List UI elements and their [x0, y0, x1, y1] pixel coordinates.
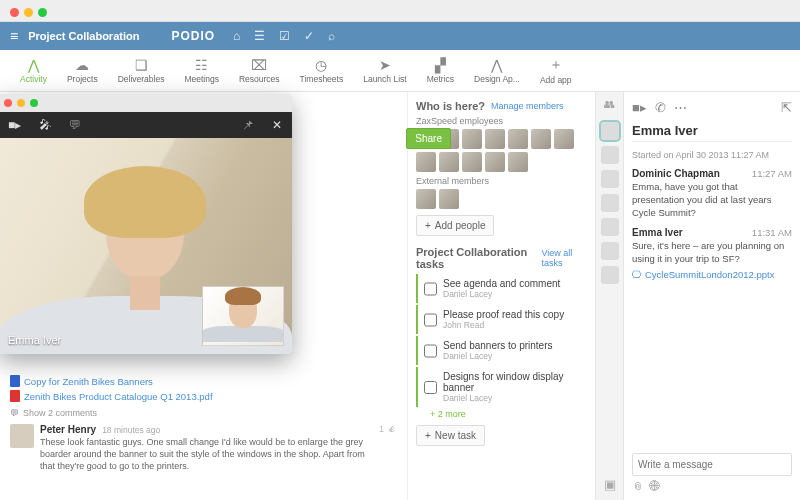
comment-author[interactable]: Peter Henry — [40, 424, 96, 435]
task-checkbox[interactable] — [424, 372, 437, 403]
rocket-icon: ➤ — [379, 57, 391, 73]
like-button[interactable]: 1👍︎ — [379, 424, 397, 472]
comment-time: 18 minutes ago — [102, 425, 160, 435]
list-icon[interactable]: ☰ — [254, 29, 265, 43]
workspace-title[interactable]: Project Collaboration — [28, 30, 159, 42]
attach-icon[interactable]: 📎︎ — [632, 480, 643, 492]
home-icon[interactable]: ⌂ — [233, 29, 240, 43]
thumbs-up-icon: 👍︎ — [388, 424, 397, 472]
contact-avatar[interactable] — [601, 194, 619, 212]
app-design[interactable]: ⋀Design Ap... — [466, 55, 528, 86]
avatar[interactable] — [462, 152, 482, 172]
contact-avatar[interactable] — [601, 170, 619, 188]
msg-text: Emma, have you got that presentation you… — [632, 181, 792, 219]
msg-text: Sure, it's here – are you planning on us… — [632, 240, 792, 266]
avatar[interactable] — [439, 189, 459, 209]
app-add[interactable]: ＋Add app — [532, 54, 580, 87]
avatar[interactable] — [485, 129, 505, 149]
avatar[interactable] — [485, 152, 505, 172]
avatar[interactable] — [416, 189, 436, 209]
app-activity[interactable]: ⋀Activity — [12, 55, 55, 86]
msg-author[interactable]: Dominic Chapman — [632, 168, 720, 179]
mic-icon[interactable]: 🎤︎ — [39, 118, 51, 132]
external-label: External members — [416, 176, 587, 186]
app-launch[interactable]: ➤Launch List — [355, 55, 414, 86]
browser-chrome — [0, 0, 800, 22]
video-main: Emma Iver — [0, 138, 292, 354]
avatar[interactable] — [10, 424, 34, 448]
pin-icon[interactable]: 📌︎ — [242, 118, 254, 132]
app-deliverables[interactable]: ❑Deliverables — [110, 55, 173, 86]
contact-avatar[interactable] — [601, 146, 619, 164]
chat-panel: ■▸ ✆ ⋯ ⇱ Emma Iver Started on April 30 2… — [624, 92, 800, 500]
app-meetings[interactable]: ☷Meetings — [176, 55, 227, 86]
chart-icon: ▞ — [435, 57, 446, 73]
chat-contact-name[interactable]: Emma Iver — [632, 123, 792, 142]
comment-icon: 💬︎ — [10, 408, 19, 418]
new-task-button[interactable]: +New task — [416, 425, 485, 446]
avatar[interactable] — [531, 129, 551, 149]
contact-avatar[interactable] — [601, 122, 619, 140]
check-icon[interactable]: ✓ — [304, 29, 314, 43]
app-resources[interactable]: ⌧Resources — [231, 55, 288, 86]
task-item[interactable]: Send banners to printersDaniel Lacey — [416, 336, 587, 365]
avatar[interactable] — [554, 129, 574, 149]
msg-author[interactable]: Emma Iver — [632, 227, 683, 238]
task-item[interactable]: Designs for window display bannerDaniel … — [416, 367, 587, 407]
tasks-more-link[interactable]: + 2 more — [416, 409, 587, 419]
avatar[interactable] — [508, 152, 528, 172]
msg-time: 11:27 AM — [752, 168, 792, 179]
calendar-icon[interactable]: ☑ — [279, 29, 290, 43]
task-item[interactable]: See agenda and commentDaniel Lacey — [416, 274, 587, 303]
close-icon[interactable]: ✕ — [272, 118, 282, 132]
box-icon: ❑ — [135, 57, 148, 73]
comment: Peter Henry18 minutes ago These look fan… — [10, 424, 397, 472]
expand-icon[interactable]: ⇱ — [781, 100, 792, 115]
globe-icon[interactable]: 🌐︎ — [649, 480, 660, 492]
window-controls[interactable] — [10, 8, 47, 17]
briefcase-icon: ⌧ — [251, 57, 267, 73]
file-attachment[interactable]: Copy for Zenith Bikes Banners — [10, 375, 397, 387]
more-icon[interactable]: ⋯ — [674, 100, 687, 115]
inbox-icon[interactable]: ▣ — [604, 477, 616, 492]
camera-icon[interactable]: ■▸ — [8, 118, 21, 132]
product-logo[interactable]: PODIO — [159, 29, 227, 43]
chat-input[interactable] — [632, 453, 792, 476]
meeting-icon: ☷ — [195, 57, 208, 73]
contacts-icon[interactable]: 👥︎ — [601, 98, 619, 116]
add-people-button[interactable]: +Add people — [416, 215, 494, 236]
app-timesheets[interactable]: ◷Timesheets — [292, 55, 352, 86]
video-toolbar: ■▸ 🎤︎ 💬︎ 📌︎ ✕ — [0, 112, 292, 138]
avatar[interactable] — [462, 129, 482, 149]
video-self-view[interactable] — [202, 286, 284, 346]
view-all-tasks-link[interactable]: View all tasks — [541, 248, 587, 268]
task-item[interactable]: Please proof read this copyJohn Read — [416, 305, 587, 334]
file-attachment[interactable]: Zenith Bikes Product Catalogue Q1 2013.p… — [10, 390, 397, 402]
video-window-controls[interactable] — [0, 94, 292, 112]
app-metrics[interactable]: ▞Metrics — [419, 55, 462, 86]
app-projects[interactable]: ☁Projects — [59, 55, 106, 86]
video-call-icon[interactable]: ■▸ — [632, 100, 647, 115]
activity-icon: ⋀ — [28, 57, 39, 73]
search-icon[interactable]: ⌕ — [328, 29, 335, 43]
manage-members-link[interactable]: Manage members — [491, 101, 564, 111]
share-button[interactable]: Share — [406, 128, 451, 149]
tasks-title: Project Collaboration tasks — [416, 246, 535, 270]
show-comments[interactable]: 💬︎Show 2 comments — [10, 408, 397, 418]
contact-avatar[interactable] — [601, 266, 619, 284]
plus-icon: + — [425, 430, 431, 441]
chat-icon[interactable]: 💬︎ — [69, 118, 81, 132]
task-checkbox[interactable] — [424, 341, 437, 361]
audio-call-icon[interactable]: ✆ — [655, 100, 666, 115]
file-icon — [10, 375, 20, 387]
task-checkbox[interactable] — [424, 279, 437, 299]
avatar[interactable] — [508, 129, 528, 149]
msg-attachment[interactable]: 🖵CycleSummitLondon2012.pptx — [632, 269, 792, 280]
menu-icon[interactable]: ≡ — [0, 28, 28, 44]
contact-avatar[interactable] — [601, 242, 619, 260]
avatar[interactable] — [439, 152, 459, 172]
task-checkbox[interactable] — [424, 310, 437, 330]
contact-avatar[interactable] — [601, 218, 619, 236]
avatar[interactable] — [416, 152, 436, 172]
who-is-here-title: Who is here? — [416, 100, 485, 112]
